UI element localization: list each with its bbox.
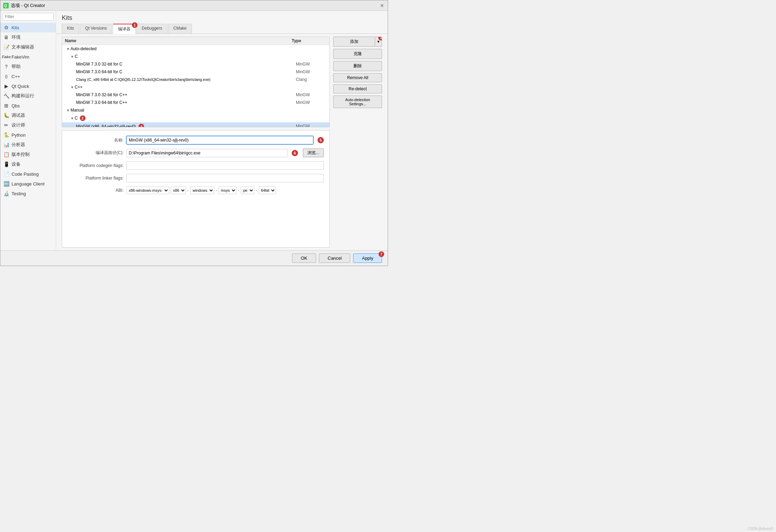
sidebar-label-fakevim: FakeVim xyxy=(12,54,29,60)
tab-compilers[interactable]: 编译器 1 xyxy=(113,24,136,34)
sidebar-item-designer[interactable]: ✏ 设计师 xyxy=(0,120,56,130)
sidebar-item-texteditor[interactable]: 📝 文本编辑器 xyxy=(0,42,56,52)
compiler-path-label: 编译器路径(C): xyxy=(68,150,124,156)
python-icon: 🐍 xyxy=(3,132,9,138)
sidebar-item-kits[interactable]: ⚙ Kits xyxy=(0,23,56,32)
arrow-cpp-group: ▼ xyxy=(70,85,74,89)
filter-input[interactable] xyxy=(2,13,54,21)
tree-header-name: Name xyxy=(65,38,292,43)
sidebar-item-debugger[interactable]: 🐛 调试器 xyxy=(0,111,56,120)
name-input[interactable] xyxy=(126,136,313,144)
auto-detected-type xyxy=(294,46,329,52)
tree-row-c-group[interactable]: ▼ C xyxy=(62,53,329,60)
detail-panel: 名称: 5 编译器路径(C): 6 浏览... xyxy=(62,130,330,248)
sidebar-label-kits: Kits xyxy=(12,25,19,30)
sidebar-label-help: 帮助 xyxy=(12,63,21,70)
sidebar-label-python: Python xyxy=(12,132,25,138)
tab-cmake[interactable]: CMake xyxy=(168,24,192,33)
sidebar: ⚙ Kits 🖥 环境 📝 文本编辑器 Fake FakeVim ? 帮助 {} xyxy=(0,11,56,250)
sidebar-item-codepasting[interactable]: 📄 Code Pasting xyxy=(0,169,56,179)
platform-codegen-input[interactable] xyxy=(126,161,324,170)
tab-qtversions[interactable]: Qt Versions xyxy=(80,24,112,33)
arrow-auto-detected: ▼ xyxy=(66,47,70,51)
cpp-icon: {} xyxy=(3,73,9,79)
redetect-button[interactable]: Re-detect xyxy=(333,84,382,93)
tree-header: Name Type xyxy=(62,37,329,45)
sidebar-item-build[interactable]: 🔨 构建和运行 xyxy=(0,91,56,101)
content-area: Name Type ▼ Auto-detected xyxy=(56,34,388,250)
sidebar-item-python[interactable]: 🐍 Python xyxy=(0,130,56,140)
compiler-tree: Name Type ▼ Auto-detected xyxy=(62,37,330,127)
env-icon: 🖥 xyxy=(3,34,9,40)
tree-row-mingw32cpp[interactable]: MinGW 7.3.0 32-bit for C++ MinGW xyxy=(62,91,329,99)
arrow-manual: ▼ xyxy=(66,108,70,112)
mingw64c-type: MinGW xyxy=(294,69,329,75)
main-panel: Kits Kits Qt Versions 编译器 1 Debuggers CM… xyxy=(56,11,388,250)
add-label: 添加 xyxy=(334,37,375,46)
sidebar-label-qbs: Qbs xyxy=(12,103,20,108)
sidebar-label-analyzer: 分析器 xyxy=(12,142,25,148)
sidebar-item-cpp[interactable]: {} C++ xyxy=(0,71,56,81)
clone-button[interactable]: 克隆 xyxy=(333,49,382,59)
tree-row-mingw32c[interactable]: MinGW 7.3.0 32-bit for C MinGW xyxy=(62,60,329,68)
auto-detection-settings-button[interactable]: Auto-detection Settings... xyxy=(333,96,382,108)
sidebar-item-device[interactable]: 📱 设备 xyxy=(0,159,56,169)
tree-row-mingw64cpp[interactable]: MinGW 7.3.0 64-bit for C++ MinGW xyxy=(62,99,329,106)
tab-kits[interactable]: Kits xyxy=(62,24,79,33)
qbs-icon: ⊞ xyxy=(3,102,9,109)
sidebar-item-testing[interactable]: 🔬 Testing xyxy=(0,189,56,198)
browse-button[interactable]: 浏览... xyxy=(303,149,324,157)
tree-row-cpp-group[interactable]: ▼ C++ xyxy=(62,83,329,91)
left-pane: Name Type ▼ Auto-detected xyxy=(62,37,330,248)
clangc-type: Clang xyxy=(294,76,329,83)
tab-debuggers[interactable]: Debuggers xyxy=(136,24,167,33)
abi-os-select[interactable]: windows xyxy=(190,187,214,194)
apply-container: Apply 7 xyxy=(353,253,382,263)
sidebar-label-langclient: Language Client xyxy=(12,181,45,187)
sidebar-item-qbs[interactable]: ⊞ Qbs xyxy=(0,101,56,111)
add-button[interactable]: 添加 ▼ 3 xyxy=(333,37,382,47)
platform-linker-row: Platform linker flags: xyxy=(68,174,324,182)
abi-label: ABI: xyxy=(68,188,124,193)
abi-sep1: - xyxy=(187,188,189,193)
help-icon: ? xyxy=(3,63,9,70)
abi-format-select[interactable]: pe xyxy=(241,187,254,194)
sidebar-item-qtquick[interactable]: ▶ Qt Quick xyxy=(0,81,56,91)
remove-button[interactable]: 删除 xyxy=(333,61,382,71)
abi-row: ABI: x86-windows-msys- x86 - w xyxy=(68,187,324,194)
tree-row-manual[interactable]: ▼ Manual xyxy=(62,106,329,114)
sidebar-label-designer: 设计师 xyxy=(12,122,25,128)
qtquick-icon: ▶ xyxy=(3,83,9,89)
main-window: Q 选项 - Qt Creator ✕ ⚙ Kits 🖥 环境 📝 文本编辑器 … xyxy=(0,0,388,266)
platform-linker-input[interactable] xyxy=(126,174,324,182)
sidebar-item-env[interactable]: 🖥 环境 xyxy=(0,32,56,42)
texteditor-icon: 📝 xyxy=(3,44,9,50)
mingw64cpp-type: MinGW xyxy=(294,99,329,106)
sidebar-label-testing: Testing xyxy=(12,191,26,196)
abi-wordsize-select[interactable]: 64bit xyxy=(259,187,276,194)
close-button[interactable]: ✕ xyxy=(379,3,385,8)
tree-row-manual-c[interactable]: ▼ C 2 xyxy=(62,114,329,122)
main-content: ⚙ Kits 🖥 环境 📝 文本编辑器 Fake FakeVim ? 帮助 {} xyxy=(0,11,388,250)
abi-env-select[interactable]: msys xyxy=(218,187,237,194)
bottom-bar: OK Cancel Apply 7 xyxy=(0,250,388,266)
auto-detected-label: ▼ Auto-detected xyxy=(62,46,294,52)
abi-bits-select[interactable]: x86 xyxy=(171,187,186,194)
abi-sep3: - xyxy=(238,188,239,193)
cancel-button[interactable]: Cancel xyxy=(319,253,350,263)
ok-button[interactable]: OK xyxy=(292,253,316,263)
sidebar-item-vcs[interactable]: 📋 版本控制 xyxy=(0,150,56,159)
tree-row-mingw64c[interactable]: MinGW 7.3.0 64-bit for C MinGW xyxy=(62,68,329,76)
abi-arch-select[interactable]: x86-windows-msys- xyxy=(126,187,169,194)
tree-row-auto-detected[interactable]: ▼ Auto-detected xyxy=(62,45,329,53)
sidebar-item-help[interactable]: ? 帮助 xyxy=(0,62,56,71)
apply-button[interactable]: Apply xyxy=(353,253,382,263)
tree-row-mingw-manual-c[interactable]: MinGW (x86_64-win32-sjlj-rev0) 4 MinGW xyxy=(62,122,329,127)
compiler-path-input[interactable] xyxy=(126,149,288,157)
remove-all-button[interactable]: Remove All xyxy=(333,73,382,82)
tree-row-clangc[interactable]: Clang (C, x86 64bit at C:\Qt\Qt5.12.12\T… xyxy=(62,76,329,83)
sidebar-label-debugger: 调试器 xyxy=(12,112,25,119)
sidebar-item-fakevim[interactable]: Fake FakeVim xyxy=(0,52,56,62)
sidebar-item-analyzer[interactable]: 📊 分析器 xyxy=(0,140,56,150)
sidebar-item-langclient[interactable]: 🔤 Language Client xyxy=(0,179,56,189)
